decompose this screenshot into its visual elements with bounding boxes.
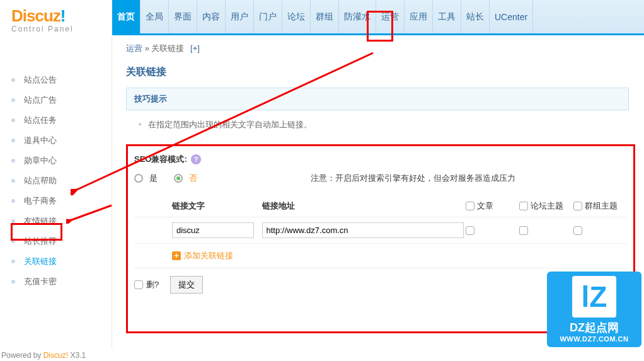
input-link-text[interactable] bbox=[172, 222, 254, 238]
topnav-item-1[interactable]: 全局 bbox=[141, 0, 169, 33]
sidebar-item-9[interactable]: 关联链接 bbox=[0, 251, 112, 272]
radio-no[interactable] bbox=[174, 174, 183, 183]
topnav-item-10[interactable]: 应用 bbox=[405, 0, 433, 33]
bullet-icon bbox=[11, 260, 15, 263]
seo-label: SEO兼容模式: bbox=[134, 154, 187, 165]
bullet-icon bbox=[11, 219, 15, 223]
submit-button[interactable]: 提交 bbox=[170, 276, 203, 294]
chk-delete[interactable] bbox=[134, 280, 143, 289]
radio-yes[interactable] bbox=[134, 174, 143, 183]
bullet-icon bbox=[11, 98, 15, 102]
bullet-icon bbox=[11, 118, 15, 122]
chk-row-article[interactable] bbox=[466, 226, 474, 235]
bullet-icon bbox=[11, 199, 15, 203]
help-icon[interactable]: ? bbox=[191, 154, 201, 164]
topnav-item-2[interactable]: 界面 bbox=[169, 0, 197, 33]
plus-icon: + bbox=[172, 251, 181, 260]
sidebar-item-2[interactable]: 站点任务 bbox=[0, 110, 112, 130]
tips-box: 技巧提示 bbox=[126, 88, 629, 110]
table-row bbox=[134, 217, 627, 244]
topnav-item-12[interactable]: 站长 bbox=[461, 0, 490, 33]
bullet-icon bbox=[11, 78, 15, 82]
th-link-text: 链接文字 bbox=[172, 200, 262, 212]
topnav-item-13[interactable]: UCenter bbox=[490, 0, 533, 33]
topnav-item-11[interactable]: 工具 bbox=[433, 0, 461, 33]
sidebar-item-4[interactable]: 勋章中心 bbox=[0, 151, 112, 171]
sidebar-item-0[interactable]: 站点公告 bbox=[0, 70, 112, 90]
sidebar: 站点公告站点广告站点任务道具中心勋章中心站点帮助电子商务友情链接站长推荐关联链接… bbox=[0, 35, 112, 348]
sidebar-item-6[interactable]: 电子商务 bbox=[0, 191, 112, 211]
radio-no-label: 否 bbox=[189, 173, 197, 184]
bullet-icon bbox=[11, 280, 15, 284]
sidebar-item-5[interactable]: 站点帮助 bbox=[0, 171, 112, 191]
add-link-button[interactable]: 添加关联链接 bbox=[184, 251, 233, 260]
tips-desc: 在指定范围内出现的相关文字自动加上链接。 bbox=[126, 119, 644, 130]
sidebar-item-1[interactable]: 站点广告 bbox=[0, 90, 112, 110]
input-link-url[interactable] bbox=[262, 222, 464, 238]
delete-label: 删? bbox=[146, 279, 159, 290]
topnav-item-6[interactable]: 论坛 bbox=[282, 0, 311, 33]
topnav-item-0[interactable]: 首页 bbox=[112, 0, 141, 33]
top-nav: 首页全局界面内容用户门户论坛群组防灌水运营应用工具站长UCenter bbox=[112, 0, 644, 35]
topnav-item-9[interactable]: 运营 bbox=[376, 0, 405, 33]
breadcrumb-root[interactable]: 运营 bbox=[126, 43, 142, 53]
breadcrumb-expand[interactable]: [+] bbox=[190, 43, 200, 53]
chk-all-forum[interactable] bbox=[519, 202, 528, 210]
chk-row-group[interactable] bbox=[573, 226, 582, 235]
th-link-url: 链接地址 bbox=[262, 200, 466, 212]
chk-row-forum[interactable] bbox=[519, 226, 528, 235]
bullet-icon bbox=[11, 159, 15, 163]
topnav-item-8[interactable]: 防灌水 bbox=[339, 0, 376, 33]
topnav-item-5[interactable]: 门户 bbox=[254, 0, 282, 33]
sidebar-item-3[interactable]: 道具中心 bbox=[0, 130, 112, 151]
bullet-icon bbox=[11, 139, 15, 142]
radio-yes-label: 是 bbox=[149, 173, 158, 184]
sidebar-item-8[interactable]: 站长推荐 bbox=[0, 231, 112, 251]
topnav-item-4[interactable]: 用户 bbox=[226, 0, 254, 33]
chk-all-article[interactable] bbox=[466, 202, 474, 210]
bullet-icon bbox=[11, 239, 15, 243]
bullet-icon bbox=[11, 179, 15, 183]
seo-note: 注意：开启后对搜索引擎有好处，但会对服务器造成压力 bbox=[311, 173, 515, 184]
chk-all-group[interactable] bbox=[573, 202, 582, 210]
sidebar-item-7[interactable]: 友情链接 bbox=[0, 211, 112, 231]
footer: Powered by Discuz! X3.1 bbox=[1, 351, 86, 360]
page-title: 关联链接 bbox=[126, 66, 644, 79]
logo: Discuz! Control Panel bbox=[0, 0, 112, 35]
breadcrumb: 运营 » 关联链接 [+] bbox=[126, 43, 644, 54]
sidebar-item-10[interactable]: 充值卡密 bbox=[0, 272, 112, 292]
topnav-item-3[interactable]: 内容 bbox=[197, 0, 226, 33]
watermark: lZ DZ起点网 WWW.DZ7.COM.CN bbox=[547, 272, 641, 347]
topnav-item-7[interactable]: 群组 bbox=[311, 0, 339, 33]
